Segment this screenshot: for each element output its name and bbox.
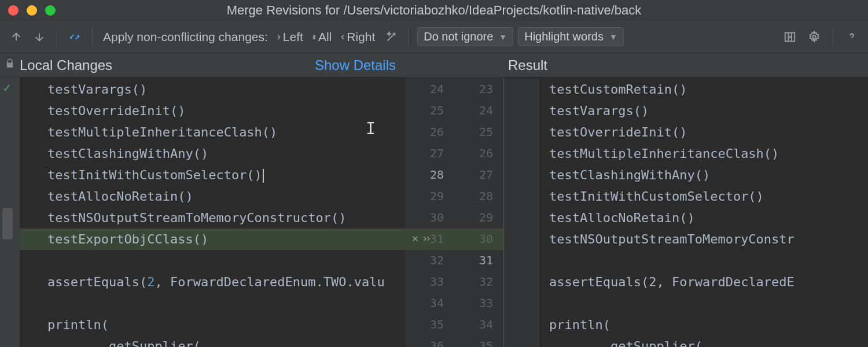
code-line[interactable]: getSupplier( [20,335,405,347]
gutter-line-number: 33 [454,293,503,314]
left-editor[interactable]: I testVarargs()testOverrideInit()testMul… [20,77,405,347]
gear-icon[interactable] [805,28,823,46]
code-line[interactable]: testAllocNoRetain() [539,207,868,228]
checkmark-icon: ✓ [0,81,20,95]
gutter-line-number: 33 [405,271,454,293]
ignore-dropdown[interactable]: Do not ignore ▼ [417,27,513,46]
gutter-line-number: 23 [454,79,503,100]
gutter-line-number: 30 [454,228,503,250]
gutter-line-number: 34 [405,293,454,314]
code-line[interactable]: testClashingWithAny() [20,143,405,164]
merge-content: ✓ I testVarargs()testOverrideInit()testM… [0,77,868,347]
gutter-line-number: 27 [454,164,503,186]
toolbar-separator [409,28,409,46]
gutter-line-number: 28 [405,164,454,186]
layout-icon[interactable] [781,28,799,46]
code-line[interactable]: testExportObjCClass() [20,228,405,250]
local-changes-header: Local Changes [20,57,112,73]
scrollbar-thumb[interactable] [2,208,13,239]
code-line[interactable]: println( [20,314,405,335]
apply-right-button[interactable]: ‹‹ Right [339,30,377,44]
gutter-line-number: 25 [405,100,454,121]
code-line[interactable]: assertEquals(2, ForwardDeclaredEnum.TWO.… [20,271,405,293]
code-line[interactable]: testOverrideInit() [20,100,405,121]
svg-point-1 [812,35,816,39]
gutter-line-number: 30 [405,207,454,228]
code-line[interactable]: testNSOutputStreamToMemoryConstr [539,228,868,250]
code-line[interactable] [20,250,405,271]
gutter-line-number: 32 [405,250,454,271]
gutter-line-number: 35 [405,314,454,335]
code-line[interactable]: testInitWithCustomSelector() [539,186,868,207]
reject-change-icon[interactable]: ✕ [412,232,418,244]
titlebar: Merge Revisions for /Users/victoriabozhk… [0,0,868,21]
gutter-line-number: 34 [454,314,503,335]
code-line[interactable]: println( [539,314,868,335]
gutter-line-number: 26 [405,121,454,143]
gutter-line-number: 31 [454,250,503,271]
code-line[interactable]: testMultipleInheritanceClash() [20,121,405,143]
gutter-line-number: 26 [454,143,503,164]
left-margin: ✓ [0,77,20,347]
code-line[interactable]: testClashingWithAny() [539,164,868,186]
code-line[interactable]: testMultipleInheritanceClash() [539,143,868,164]
gutter-line-number: 36 [405,335,454,347]
right-editor[interactable]: testCustomRetain()testVarargs()testOverr… [503,77,868,347]
gutter-line-number: 35 [454,335,503,347]
apply-left-button[interactable]: ›› Left [275,30,306,44]
chevron-down-icon: ▼ [499,32,507,42]
magic-resolve-icon[interactable] [382,28,400,46]
gutter-line-number: 25 [454,121,503,143]
gutter-line-number: 29 [405,186,454,207]
center-gutter: 24252627282930313233343536 2324252627282… [405,77,503,347]
gutter-line-number: 24 [405,79,454,100]
code-line[interactable]: testOverrideInit() [539,121,868,143]
merge-toolbar: Apply non-conflicting changes: ›› Left ›… [0,21,868,53]
accept-change-icon[interactable]: ›› [422,232,429,244]
help-icon[interactable] [843,28,861,46]
code-line[interactable]: testInitWithCustomSelector() [20,164,405,186]
compare-icon[interactable] [65,28,84,46]
code-line[interactable]: testVarargs() [20,79,405,100]
gutter-line-number: 29 [454,207,503,228]
code-line[interactable]: testNSOutputStreamToMemoryConstructor() [20,207,405,228]
code-line[interactable]: testCustomRetain() [539,79,868,100]
code-line[interactable]: assertEquals(2, ForwardDeclaredE [539,271,868,293]
toolbar-separator [92,28,93,46]
traffic-lights [8,5,56,16]
gutter-line-number: 27 [405,143,454,164]
close-window-button[interactable] [8,5,19,16]
minimize-window-button[interactable] [27,5,37,16]
highlight-dropdown[interactable]: Highlight words ▼ [518,27,624,46]
pane-headers: Local Changes Show Details Result [0,53,868,77]
result-header: Result [508,57,547,73]
maximize-window-button[interactable] [45,5,56,16]
show-details-link[interactable]: Show Details [315,57,396,73]
next-change-icon[interactable] [30,28,49,46]
apply-label: Apply non-conflicting changes: [103,30,268,44]
code-line[interactable] [539,293,868,314]
lock-icon [5,58,15,72]
code-line[interactable]: testAllocNoRetain() [20,186,405,207]
chevron-down-icon: ▼ [609,32,617,42]
code-line[interactable]: testVarargs() [539,100,868,121]
prev-change-icon[interactable] [7,28,25,46]
code-line[interactable] [539,250,868,271]
code-line[interactable] [20,293,405,314]
gutter-line-number: 24 [454,100,503,121]
gutter-line-number: 32 [454,271,503,293]
apply-all-button[interactable]: ›‹‹ All [310,30,334,44]
toolbar-separator [57,28,57,46]
toolbar-separator [833,28,833,46]
code-line[interactable]: getSupplier( [539,335,868,347]
window-title: Merge Revisions for /Users/victoriabozhk… [227,3,642,18]
gutter-line-number: 28 [454,186,503,207]
